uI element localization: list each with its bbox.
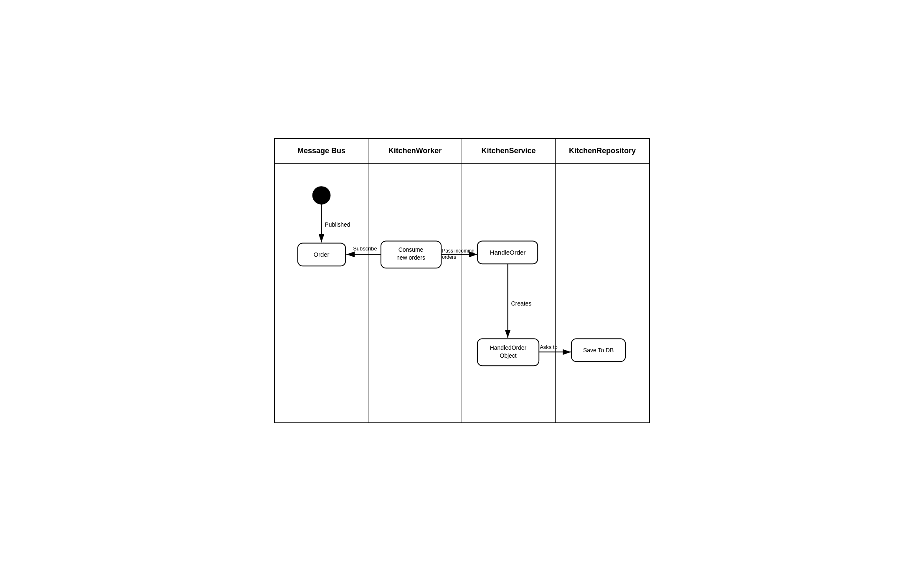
- lane-kitchen-worker: [368, 164, 462, 422]
- header-row: Message Bus KitchenWorker KitchenService…: [275, 139, 649, 164]
- lane-kitchen-repository: [556, 164, 649, 422]
- col-header-kitchen-repository: KitchenRepository: [556, 139, 649, 163]
- col-header-kitchen-service: KitchenService: [462, 139, 556, 163]
- body-row: Published Order Consume new orders Subsc…: [275, 164, 649, 422]
- diagram-container: Message Bus KitchenWorker KitchenService…: [274, 138, 650, 423]
- col-header-kitchen-worker: KitchenWorker: [368, 139, 462, 163]
- lane-message-bus: [275, 164, 368, 422]
- col-header-message-bus: Message Bus: [275, 139, 368, 163]
- lane-kitchen-service: [462, 164, 556, 422]
